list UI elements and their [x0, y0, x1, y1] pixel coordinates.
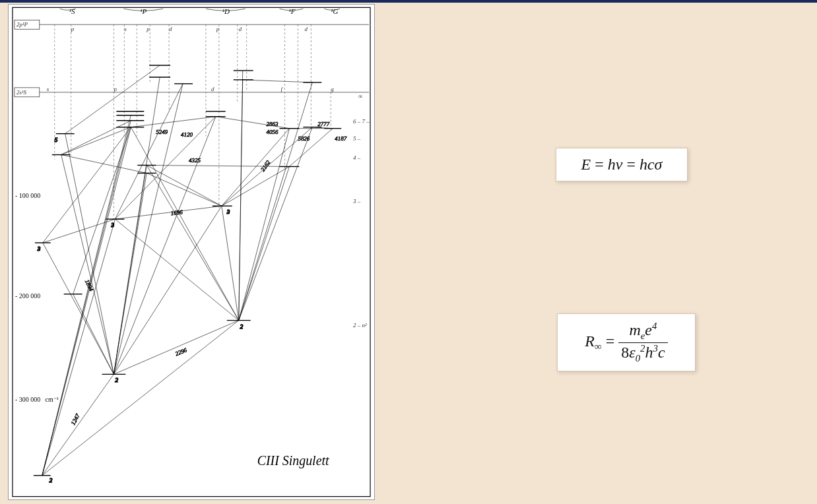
- svg-line-120: [243, 80, 313, 82]
- svg-text:d: d: [211, 86, 214, 92]
- term-label-D: ¹D: [222, 7, 230, 15]
- eq2-R: R: [585, 332, 595, 350]
- svg-line-82: [65, 134, 114, 375]
- svg-line-89: [114, 321, 238, 375]
- eq1-rhs: hcσ: [639, 156, 663, 173]
- svg-line-116: [222, 166, 290, 206]
- svg-text:5: 5: [55, 137, 58, 143]
- svg-line-72: [42, 374, 114, 475]
- svg-text:5249: 5249: [156, 129, 168, 135]
- svg-text:6 –
7 –: 6 – 7 –: [353, 118, 370, 125]
- svg-line-112: [61, 121, 131, 155]
- svg-line-95: [222, 206, 239, 320]
- grotrian-diagram: .th{stroke:#000;stroke-width:1.2;fill:no…: [8, 4, 375, 500]
- svg-text:p: p: [146, 26, 150, 32]
- svg-text:3 –: 3 –: [352, 198, 361, 205]
- term-label-F: ¹F: [288, 7, 295, 15]
- svg-line-101: [239, 82, 313, 321]
- equation-energy: E = hν = hcσ: [556, 148, 688, 181]
- svg-text:2 –
n²: 2 – n²: [353, 322, 367, 329]
- equation-rydberg: R∞ = mee4 8ε02h3c: [557, 313, 696, 371]
- svg-rect-0: [13, 7, 370, 496]
- svg-text:2296: 2296: [174, 346, 188, 357]
- svg-line-84: [114, 173, 147, 374]
- svg-text:3: 3: [226, 208, 230, 215]
- svg-line-113: [147, 165, 222, 206]
- svg-line-77: [42, 321, 239, 476]
- svg-text:1247: 1247: [70, 412, 81, 426]
- svg-text:4120: 4120: [181, 131, 193, 138]
- ytick-200k: - 200 000: [15, 292, 40, 299]
- svg-text:g: g: [331, 86, 334, 92]
- diagram-title: CIII Singulett: [257, 453, 329, 468]
- svg-text:f: f: [281, 86, 284, 92]
- svg-line-107: [65, 65, 160, 134]
- svg-line-111: [131, 117, 216, 127]
- svg-line-88: [114, 117, 215, 375]
- svg-text:d: d: [304, 26, 308, 32]
- term-label-G: ¹G: [331, 7, 338, 15]
- svg-text:1894: 1894: [84, 278, 95, 292]
- svg-line-108: [115, 206, 221, 219]
- svg-line-85: [114, 77, 160, 374]
- svg-text:s: s: [124, 26, 127, 32]
- svg-line-119: [216, 117, 290, 129]
- svg-text:4325: 4325: [189, 157, 201, 164]
- svg-text:5826: 5826: [298, 135, 310, 142]
- svg-line-79: [43, 243, 114, 374]
- svg-line-93: [131, 127, 238, 321]
- svg-text:4056: 4056: [267, 129, 278, 135]
- svg-text:2863: 2863: [267, 121, 278, 127]
- svg-line-98: [239, 166, 290, 320]
- svg-text:4 –: 4 –: [353, 155, 361, 162]
- svg-text:d: d: [169, 26, 172, 32]
- svg-line-122: [289, 129, 333, 167]
- svg-line-74: [42, 127, 131, 476]
- svg-text:5 –: 5 –: [353, 135, 361, 142]
- term-label-P: ¹P: [140, 7, 147, 15]
- eq1-mid: hν: [608, 156, 623, 173]
- svg-text:2: 2: [115, 377, 118, 383]
- svg-line-76: [42, 115, 131, 476]
- svg-text:4187: 4187: [335, 135, 346, 142]
- svg-text:1696: 1696: [170, 208, 183, 216]
- svg-text:s: s: [47, 86, 49, 92]
- svg-line-104: [73, 127, 131, 294]
- svg-text:d: d: [239, 26, 242, 32]
- eq1-lhs: E: [581, 156, 591, 173]
- svg-text:3: 3: [37, 245, 41, 252]
- svg-line-80: [73, 294, 114, 375]
- svg-text:∞: ∞: [358, 93, 362, 100]
- svg-line-92: [115, 219, 238, 320]
- svg-text:3: 3: [110, 222, 114, 228]
- term-label-S: ¹S: [69, 7, 75, 15]
- label-2s1S: 2s¹S: [16, 89, 27, 96]
- svg-line-73: [42, 219, 115, 476]
- ytick-100k: - 100 000: [15, 192, 40, 199]
- svg-line-94: [147, 165, 238, 320]
- svg-line-110: [115, 84, 183, 219]
- svg-line-81: [61, 155, 114, 375]
- svg-text:2: 2: [49, 477, 53, 484]
- svg-text:2: 2: [240, 323, 244, 330]
- svg-line-114: [147, 173, 222, 206]
- label-2p1P: 2p¹P: [16, 21, 28, 28]
- svg-line-106: [61, 155, 147, 173]
- svg-text:2777: 2777: [317, 121, 329, 127]
- ytick-300k: - 300 000 cm⁻¹: [15, 396, 59, 403]
